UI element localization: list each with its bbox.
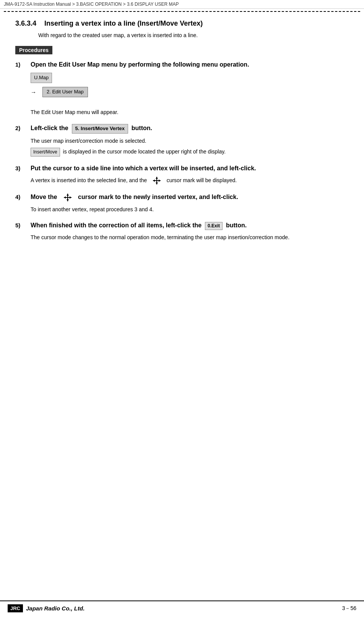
- footer-logo: JRC Japan Radio Co., Ltd.: [8, 604, 84, 612]
- edit-user-map-button[interactable]: 2. Edit User Map: [42, 87, 88, 97]
- procedure-item-1: 1) Open the Edit User Map menu by perfor…: [15, 60, 349, 116]
- main-content: 3.6.3.4 Inserting a vertex into a line (…: [0, 12, 364, 257]
- procedure-item-5: 5) When finished with the correction of …: [15, 221, 349, 241]
- menu-flow-1: U.Map: [31, 73, 349, 83]
- move-cursor-icon-4: [63, 193, 72, 202]
- proc-content-5: When finished with the correction of all…: [31, 221, 349, 241]
- proc-title-1: Open the Edit User Map menu by performin…: [31, 60, 349, 69]
- proc-5-suffix: button.: [226, 222, 247, 228]
- proc-title-3: Put the cursor to a side line into which…: [31, 164, 349, 173]
- svg-rect-5: [153, 180, 161, 181]
- proc-2-note: Insert/Move is displayed in the cursor m…: [31, 147, 349, 157]
- exit-button[interactable]: 0.Exit: [205, 222, 223, 230]
- proc-2-suffix: button.: [132, 125, 152, 131]
- proc-content-4: Move the cursor m: [31, 193, 349, 214]
- proc-4-suffix: cursor mark to the newly inserted vertex…: [78, 194, 238, 200]
- jrc-label: JRC: [8, 604, 23, 612]
- procedures-label: Procedures: [15, 46, 52, 54]
- page-footer: JRC Japan Radio Co., Ltd. 3－56: [0, 600, 364, 612]
- procedure-item-2: 2) Left-click the 5. Insert/Move Vertex …: [15, 124, 349, 157]
- proc-2-body1: The user map insert/correction mode is s…: [31, 137, 349, 145]
- company-name: Japan Radio Co., Ltd.: [26, 605, 84, 612]
- proc-body-4: To insert another vertex, repeat procedu…: [31, 205, 349, 214]
- proc-4-body: To insert another vertex, repeat procedu…: [31, 205, 349, 214]
- procedure-item-3: 3) Put the cursor to a side line into wh…: [15, 164, 349, 185]
- section-heading: 3.6.3.4 Inserting a vertex into a line (…: [15, 20, 349, 28]
- proc-2-prefix: Left-click the: [31, 125, 68, 131]
- proc-5-body: The cursor mode changes to the normal op…: [31, 233, 349, 241]
- proc-number-5: 5): [15, 221, 31, 228]
- page-number: 3－56: [342, 605, 356, 612]
- breadcrumb: JMA-9172-SA Instruction Manual > 3.BASIC…: [0, 0, 364, 9]
- proc-body-1: U.Map → 2. Edit User Map The Edit User M…: [31, 73, 349, 116]
- proc-number-1: 1): [15, 60, 31, 68]
- proc-3-body-after: cursor mark will be displayed.: [167, 177, 237, 183]
- proc-3-body: A vertex is inserted into the selected l…: [31, 177, 147, 183]
- proc-number-3: 3): [15, 164, 31, 171]
- svg-rect-11: [64, 197, 72, 198]
- proc-body-2: The user map insert/correction mode is s…: [31, 137, 349, 157]
- menu-arrow: →: [31, 88, 36, 97]
- proc-number-4: 4): [15, 193, 31, 200]
- insert-move-vertex-button[interactable]: 5. Insert/Move Vertex: [72, 124, 128, 133]
- section-number: 3.6.3.4: [15, 20, 36, 27]
- proc-content-2: Left-click the 5. Insert/Move Vertex but…: [31, 124, 349, 157]
- move-cursor-icon-3: [152, 176, 161, 185]
- proc-4-prefix: Move the: [31, 194, 57, 200]
- procedure-item-4: 4) Move the: [15, 193, 349, 214]
- proc-content-1: Open the Edit User Map menu by performin…: [31, 60, 349, 116]
- umap-button[interactable]: U.Map: [31, 73, 52, 83]
- proc-1-after: The Edit User Map menu will appear.: [31, 108, 349, 116]
- menu-flow-2: → 2. Edit User Map: [31, 87, 349, 97]
- menu-flow-col-1: U.Map: [31, 73, 52, 83]
- proc-title-5: When finished with the correction of all…: [31, 221, 349, 230]
- proc-5-prefix: When finished with the correction of all…: [31, 222, 202, 228]
- section-title: Inserting a vertex into a line (Insert/M…: [44, 20, 203, 27]
- proc-title-2: Left-click the 5. Insert/Move Vertex but…: [31, 124, 349, 133]
- proc-number-2: 2): [15, 124, 31, 131]
- proc-2-body2: is displayed in the cursor mode located …: [63, 148, 226, 155]
- proc-body-3: A vertex is inserted into the selected l…: [31, 176, 349, 185]
- proc-title-4: Move the cursor m: [31, 193, 349, 202]
- procedure-list: 1) Open the Edit User Map menu by perfor…: [15, 60, 349, 241]
- proc-content-3: Put the cursor to a side line into which…: [31, 164, 349, 185]
- proc-body-5: The cursor mode changes to the normal op…: [31, 233, 349, 241]
- insert-move-badge: Insert/Move: [31, 148, 60, 157]
- intro-text: With regard to the created user map, a v…: [38, 32, 349, 38]
